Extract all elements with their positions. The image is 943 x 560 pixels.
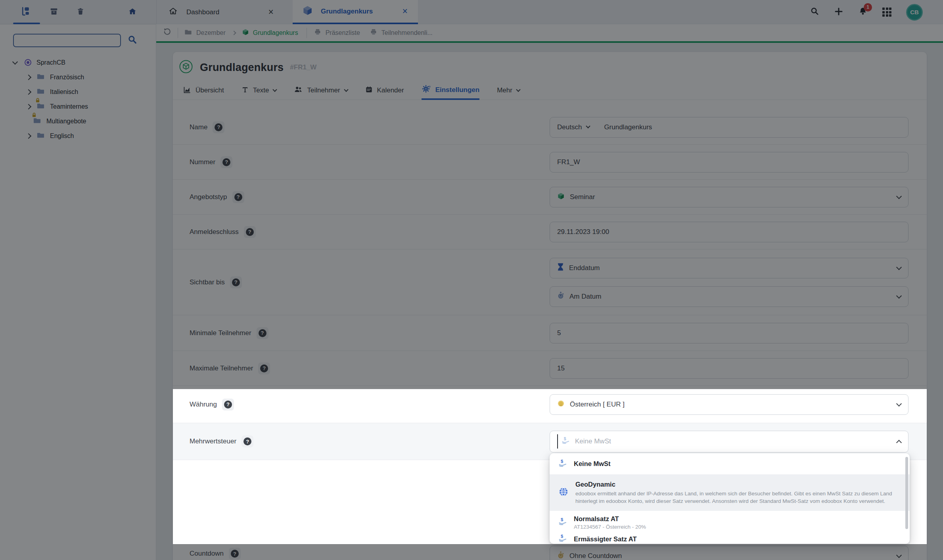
mehrwertsteuer-combobox[interactable]: $ Keine MwSt xyxy=(550,431,908,453)
option-title: GeoDynamic xyxy=(575,481,893,488)
option-title: Ermässigter Satz AT xyxy=(574,535,637,543)
field-label: Währung xyxy=(190,401,217,408)
option-normalsatz-at[interactable]: $ Normalsatz AT AT1234567 - Österreich -… xyxy=(550,511,910,534)
option-title: Normalsatz AT xyxy=(574,515,646,523)
svg-text:$: $ xyxy=(561,459,563,464)
overlay-right xyxy=(927,389,943,544)
mehrwertsteuer-dropdown: $ Keine MwSt GeoDynamic edoobox ermittel… xyxy=(550,453,910,544)
globe-icon xyxy=(558,487,569,499)
waehrung-value: Österreich [ EUR ] xyxy=(570,401,625,408)
tax-hand-icon: $ xyxy=(558,517,567,527)
svg-text:$: $ xyxy=(561,517,563,522)
mehrwertsteuer-placeholder: Keine MwSt xyxy=(575,437,611,445)
option-title: Keine MwSt xyxy=(574,460,611,468)
chevron-up-icon xyxy=(896,440,902,445)
overlay-top xyxy=(0,0,943,389)
tax-hand-icon: $ xyxy=(558,459,567,469)
field-label: Mehrwertsteuer xyxy=(190,437,236,445)
dropdown-scrollbar[interactable] xyxy=(905,457,908,529)
chevron-down-icon xyxy=(896,401,902,406)
svg-text:$: $ xyxy=(561,534,563,539)
overlay-left xyxy=(0,389,173,544)
option-ermaessigter-satz-at[interactable]: $ Ermässigter Satz AT xyxy=(550,534,910,544)
help-icon[interactable]: ? xyxy=(242,435,253,447)
svg-text:$: $ xyxy=(564,436,566,441)
text-cursor xyxy=(557,434,558,449)
help-icon[interactable]: ? xyxy=(222,399,234,410)
waehrung-select[interactable]: Österreich [ EUR ] xyxy=(550,394,908,415)
app-window: Dashboard × Grundlagenkurs × 1 xyxy=(0,0,943,560)
coin-icon xyxy=(557,400,565,409)
tax-hand-icon: $ xyxy=(562,436,570,447)
option-geodynamic[interactable]: GeoDynamic edoobox ermittelt anhand der … xyxy=(550,474,910,511)
form-row-waehrung: Währung ? Österreich [ EUR ] xyxy=(173,386,927,423)
option-description: AT1234567 - Österreich - 20% xyxy=(574,524,646,530)
option-keine-mwst[interactable]: $ Keine MwSt xyxy=(550,453,910,474)
option-description: edoobox ermittelt anhand der IP-Adresse … xyxy=(575,490,893,505)
overlay-bottom xyxy=(0,544,943,560)
tax-hand-icon: $ xyxy=(558,534,567,544)
